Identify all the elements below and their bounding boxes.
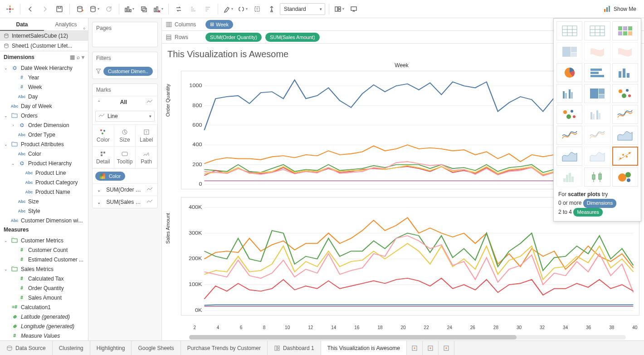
tree-item[interactable]: #Sales Amount [0,293,88,302]
filter-pill[interactable]: Customer Dimen.. [103,67,153,76]
columns-pill-week[interactable]: ⊞Week [205,20,233,29]
tree-item[interactable]: AbcProduct Category [0,178,88,187]
showme-histogram[interactable] [556,168,582,187]
tree-item[interactable]: AbcCustomer Dimension wi... [0,216,88,224]
showme-table[interactable] [556,21,582,40]
text-button[interactable]: T [251,3,263,15]
swap-button[interactable] [172,3,185,15]
clear-button[interactable] [152,3,165,15]
pin-button[interactable] [265,3,278,15]
filters-shelf[interactable]: Filters Customer Dimen.. [92,52,158,79]
showme-hbar[interactable] [584,63,610,82]
marks-sum-order[interactable]: ⌄SUM(Order … [93,183,157,196]
tree-item[interactable]: ⌄Orders [0,111,88,120]
showme-treemap[interactable] [556,42,582,61]
back-button[interactable] [24,3,37,15]
pause-updates-button[interactable] [88,3,101,15]
showme-area[interactable] [556,147,582,166]
showme-area[interactable] [612,126,638,145]
search-icon[interactable]: ⌕ [77,54,80,60]
tree-item[interactable]: AbcStyle [0,206,88,216]
tree-item[interactable]: AbcSize [0,197,88,206]
sort-asc-button[interactable] [187,3,200,15]
showme-circle[interactable] [556,105,582,124]
marks-size[interactable]: Size [114,125,136,147]
tree-item[interactable]: #Estimated Customer ... [0,255,88,264]
new-datasource-button[interactable] [73,3,86,15]
color-pill[interactable]: Color [95,172,125,181]
analytics-tab[interactable]: Analytics [44,18,88,30]
presentation-button[interactable] [347,3,360,15]
showme-line[interactable] [584,126,610,145]
showme-scatter[interactable] [612,147,638,166]
tree-item[interactable]: =#Calculation1 [0,302,88,312]
new-dashboard-button[interactable] [423,341,439,355]
view-icon[interactable]: ▦ [70,54,75,60]
sheet-tab[interactable]: Data Source [0,341,53,355]
marks-color[interactable]: Color [93,125,114,147]
tree-item[interactable]: AbcProduct Line [0,168,88,178]
marks-tooltip[interactable]: Tooltip [114,147,136,168]
tree-item[interactable]: ⌄Sales Metrics [0,264,88,274]
tree-item[interactable]: #Year [0,73,88,82]
tree-item[interactable]: ⌄Product Attributes [0,139,88,149]
tree-item[interactable]: #Week [0,82,88,92]
refresh-button[interactable] [102,3,115,15]
sort-desc-button[interactable] [201,3,214,15]
mark-type-dropdown[interactable]: Line [95,111,155,122]
sheet-tab[interactable]: This Visualization is Awesome [321,341,407,355]
data-tab[interactable]: Data [0,18,44,30]
showme-bubble[interactable] [612,168,638,187]
marks-detail[interactable]: Detail [93,147,114,168]
tree-item[interactable]: ⊕Longitude (generated) [0,321,88,331]
sheet-tab[interactable]: Dashboard 1 [268,341,321,355]
new-worksheet-button[interactable] [123,3,136,15]
tree-item[interactable]: ⌄⌬Date Week Hierarchy [0,63,88,73]
showme-area[interactable] [584,147,610,166]
forward-button[interactable] [39,3,51,15]
cards-button[interactable] [333,3,346,15]
rows-pill-orderqty[interactable]: SUM(Order Quantity) [205,33,262,42]
new-story-button[interactable] [439,341,454,355]
tree-item[interactable]: AbcOrder Type [0,130,88,139]
showme-boxplot[interactable] [584,168,610,187]
tree-item[interactable]: ⌄⌬Product Hierarchy [0,158,88,168]
showme-pie[interactable] [556,63,582,82]
menu-icon[interactable]: ▾ [82,54,84,60]
showme-sbs[interactable] [556,84,582,103]
tree-item[interactable]: #Customer Count [0,245,88,255]
tree-item[interactable]: AbcDay [0,92,88,101]
save-button[interactable] [53,3,66,15]
highlight-button[interactable] [222,3,234,15]
showme-map[interactable] [584,42,610,61]
tree-item[interactable]: AbcDay of Week [0,101,88,111]
duplicate-button[interactable] [137,3,150,15]
tree-item[interactable]: ⌄Customer Metrics [0,236,88,245]
horizontal-scrollbar[interactable] [189,335,626,340]
datasource-row[interactable]: InternetSalesCube (12) [0,31,88,41]
showme-sbs[interactable] [584,105,610,124]
tree-item[interactable]: #Calculated Tax [0,274,88,283]
showme-map[interactable] [612,42,638,61]
showme-bar[interactable] [612,63,638,82]
tableau-logo[interactable] [4,3,16,15]
tree-item[interactable]: AbcProduct Name [0,187,88,197]
marks-label[interactable]: TLabel [136,125,157,147]
sheet-tab[interactable]: Clustering [53,341,90,355]
marks-all[interactable]: ⌃All [93,96,157,108]
showme-line[interactable] [612,105,638,124]
tree-item[interactable]: ›⌬Order Dimension [0,120,88,130]
rows-pill-salesamt[interactable]: SUM(Sales Amount) [265,33,320,42]
tree-item[interactable]: AbcColor [0,149,88,158]
sheet-tab[interactable]: Purchase Trends by Customer [181,341,268,355]
fit-dropdown[interactable]: Standard [280,3,325,15]
tree-item[interactable]: ⊕Latitude (generated) [0,312,88,321]
pages-shelf[interactable]: Pages [92,22,158,47]
tree-item[interactable]: #Order Quantity [0,283,88,293]
marks-sum-sales[interactable]: ⌄SUM(Sales … [93,196,157,208]
showme-table[interactable] [584,21,610,40]
datasource-row[interactable]: Sheet1 (Customer Lifet... [0,41,88,51]
show-me-button[interactable]: Show Me [600,3,640,15]
sheet-tab[interactable]: Google Sheets [132,341,181,355]
new-sheet-button[interactable] [407,341,423,355]
